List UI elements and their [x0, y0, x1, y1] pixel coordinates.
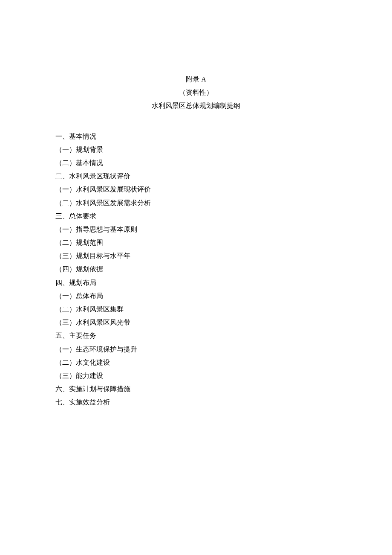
outline-item: （一）指导思想与基本原则	[55, 223, 337, 236]
document-title: 水利风景区总体规划编制提纲	[55, 99, 337, 112]
outline-item: 七、实施效益分析	[55, 395, 337, 409]
outline-item: 三、总体要求	[55, 209, 337, 223]
outline-item: 四、规划布局	[55, 276, 337, 289]
outline-item: （四）规划依据	[55, 262, 337, 276]
outline-item: （三）水利风景区风光带	[55, 316, 337, 329]
outline-item: 一、基本情况	[55, 130, 337, 143]
outline-item: （一）生态环境保护与提升	[55, 343, 337, 356]
outline-item: （二）水利风景区集群	[55, 302, 337, 316]
outline-item: （二）基本情况	[55, 156, 337, 169]
appendix-label: 附录 A	[55, 73, 337, 86]
outline-item: （三）规划目标与水平年	[55, 249, 337, 262]
outline-item: （二）水利风景区发展需求分析	[55, 196, 337, 209]
outline-item: （一）总体布局	[55, 289, 337, 302]
outline-item: 六、实施计划与保障措施	[55, 382, 337, 395]
outline-item: 五、主要任务	[55, 329, 337, 342]
document-header: 附录 A （资料性） 水利风景区总体规划编制提纲	[55, 73, 337, 113]
outline-item: （二）规划范围	[55, 236, 337, 249]
outline-item: （一）水利风景区发展现状评价	[55, 183, 337, 196]
informative-label: （资料性）	[55, 86, 337, 99]
outline-item: （二）水文化建设	[55, 356, 337, 369]
outline-item: （一）规划背景	[55, 143, 337, 156]
outline-content: 一、基本情况 （一）规划背景 （二）基本情况 二、水利风景区现状评价 （一）水利…	[55, 130, 337, 409]
outline-item: （三）能力建设	[55, 369, 337, 382]
outline-item: 二、水利风景区现状评价	[55, 169, 337, 183]
